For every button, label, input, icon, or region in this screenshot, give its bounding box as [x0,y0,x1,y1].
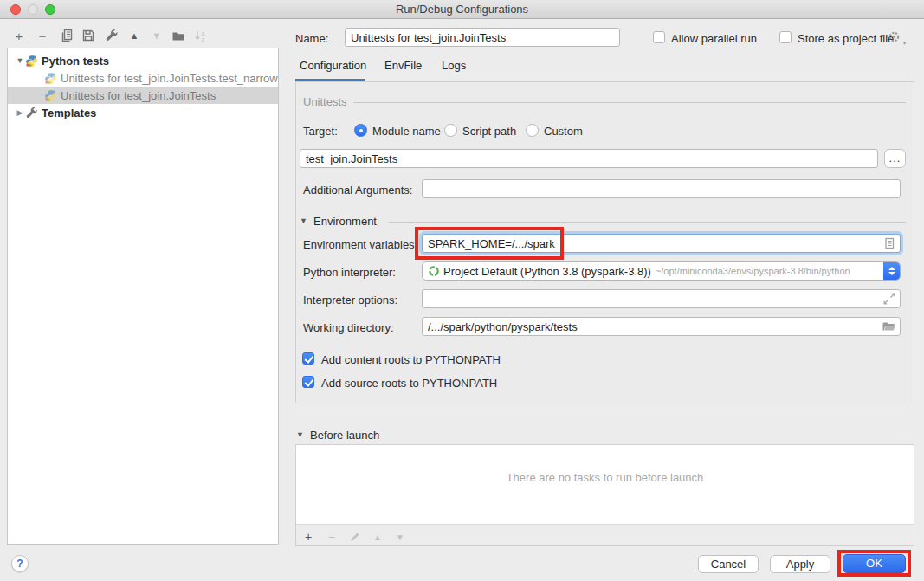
tree-item-label: Templates [42,107,96,119]
interpreter-options-input[interactable] [422,289,901,308]
radio-script-path-label: Script path [462,125,516,138]
interpreter-options-label: Interpreter options: [303,294,397,307]
allow-parallel-run-label: Allow parallel run [671,32,757,45]
expand-field-icon[interactable] [882,292,896,306]
add-source-roots-checkbox[interactable] [302,376,314,388]
name-label: Name: [295,32,328,45]
move-up-icon[interactable]: ▲ [126,27,143,44]
before-launch-task-list[interactable]: There are no tasks to run before launch [296,445,914,525]
group-divider [389,222,906,223]
tree-item-python-tests[interactable]: ▼ Python tests [8,52,278,69]
configurations-tree: ▼ Python tests Unittests for test_join.J… [7,48,279,545]
apply-button[interactable]: Apply [770,555,830,573]
tree-item-label: Python tests [42,55,109,68]
svg-text:a: a [202,30,205,36]
before-launch-section-label: Before launch [310,429,379,442]
zoom-window-icon[interactable] [45,4,55,15]
add-source-roots-label: Add source roots to PYTHONPATH [321,377,497,390]
browse-module-button[interactable]: ... [884,149,906,168]
sort-configurations-icon: az [192,27,210,44]
add-configuration-icon[interactable]: + [10,27,28,44]
store-as-project-file-label: Store as project file [798,32,894,45]
cancel-button[interactable]: Cancel [698,555,759,573]
folder-browse-icon[interactable] [882,320,895,333]
active-tab-underline [295,79,365,81]
store-options-gear-icon[interactable]: ▾ [888,30,901,46]
tab-envfile[interactable]: EnvFile [384,59,422,81]
titlebar: Run/Debug Configurations [0,0,924,19]
environment-variables-input[interactable] [422,234,901,253]
move-task-up-icon: ▲ [369,528,386,545]
radio-script-path[interactable] [444,124,457,137]
templates-wrench-icon [25,107,38,119]
remove-configuration-icon[interactable]: − [34,27,51,44]
python-interpreter-label: Python interpreter: [303,266,396,279]
allow-parallel-run-checkbox[interactable] [653,31,665,43]
working-directory-label: Working directory: [303,321,394,334]
interpreter-path: ~/opt/miniconda3/envs/pyspark-3.8/bin/py… [656,266,850,276]
env-vars-browse-icon[interactable] [882,236,896,250]
add-task-icon[interactable]: + [300,528,317,545]
conda-env-icon [428,265,440,277]
target-label: Target: [303,125,338,138]
environment-collapse-icon[interactable]: ▼ [300,216,307,225]
store-as-project-file-checkbox[interactable] [779,31,792,43]
radio-custom-label: Custom [544,125,583,138]
before-launch-collapse-icon[interactable]: ▼ [296,430,304,439]
edit-task-pencil-icon [346,528,364,545]
help-button[interactable]: ? [11,555,29,572]
edit-templates-wrench-icon[interactable] [103,27,120,44]
copy-configuration-icon[interactable] [58,27,75,44]
add-content-roots-checkbox[interactable] [302,352,314,365]
new-folder-icon[interactable] [170,27,187,44]
tree-item-templates[interactable]: ▶ Templates [8,104,278,121]
environment-variables-label: Environment variables: [303,238,417,251]
before-launch-panel: There are no tasks to run before launch … [295,444,914,546]
tab-logs[interactable]: Logs [442,59,466,81]
python-interpreter-select[interactable]: Project Default (Python 3.8 (pyspark-3.8… [422,261,901,281]
python-test-icon [44,89,57,102]
radio-module-name[interactable] [354,124,367,137]
unittests-group-label: Unittests [303,95,347,108]
name-input[interactable] [345,28,620,47]
minimize-window-icon [28,4,38,15]
save-configuration-icon[interactable] [80,27,97,44]
additional-arguments-input[interactable] [422,179,901,198]
close-window-icon[interactable] [10,4,21,15]
add-content-roots-label: Add content roots to PYTHONPATH [321,353,501,366]
tree-item-label: Unittests for test_join.JoinTests [61,89,216,102]
group-divider [384,436,906,436]
interpreter-value: Project Default (Python 3.8 (pyspark-3.8… [443,265,651,278]
radio-custom[interactable] [526,124,539,137]
move-task-down-icon: ▼ [391,528,409,545]
remove-task-icon: − [323,528,340,545]
python-test-icon [44,72,57,85]
radio-module-name-label: Module name [372,125,441,138]
select-spinner-icon[interactable] [883,262,900,280]
additional-arguments-label: Additional Arguments: [303,184,412,197]
before-launch-empty-text: There are no tasks to run before launch [296,471,914,484]
tree-item-unittest-narrow[interactable]: Unittests for test_join.JoinTests.test_n… [8,69,278,87]
tree-item-unittest-jointests[interactable]: Unittests for test_join.JoinTests [8,87,278,104]
svg-text:z: z [202,36,205,42]
module-name-input[interactable] [300,149,878,168]
expand-arrow-icon[interactable]: ▶ [15,108,25,117]
environment-section-label: Environment [313,215,377,228]
move-down-icon: ▼ [148,27,165,44]
python-tests-icon [25,55,38,68]
window-title: Run/Debug Configurations [0,0,924,18]
ok-button[interactable]: OK [843,554,906,573]
tree-item-label: Unittests for test_join.JoinTests.test_n… [61,72,278,85]
collapse-arrow-icon[interactable]: ▼ [15,56,25,65]
working-directory-input[interactable] [422,317,901,336]
group-divider [353,102,906,103]
